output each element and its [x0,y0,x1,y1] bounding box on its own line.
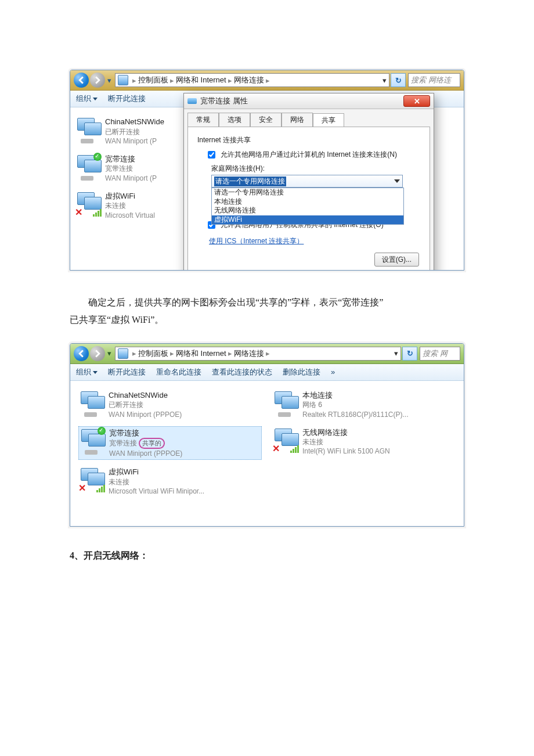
organize-menu[interactable]: 组织 [76,93,98,104]
breadcrumb-leaf[interactable]: 网络连接 [234,348,264,359]
x-icon: ✕ [75,207,82,218]
tab-strip: 常规 选项 安全 网络 共享 [184,109,434,127]
connection-device: WAN Miniport (PPPOE) [109,449,182,458]
chevron-down-icon [394,179,400,183]
x-icon: ✕ [272,443,280,454]
address-bar[interactable]: ▸ 控制面板 ▸ 网络和 Internet ▸ 网络连接 ▸ ▾ [115,347,401,361]
connection-device: Microsoft Virtual WiFi Minipor... [109,487,204,496]
tab-security[interactable]: 安全 [250,113,282,127]
connection-item[interactable]: 宽带连接 宽带连接 WAN Miniport (P [75,153,186,184]
combo-option[interactable]: 无线网络连接 [212,206,403,215]
delete-command[interactable]: 删除此连接 [283,367,320,377]
breadcrumb-root[interactable]: 控制面板 [138,348,168,359]
more-command[interactable]: » [331,368,335,376]
dropdown-icon[interactable]: ▾ [383,76,387,85]
breadcrumb-mid[interactable]: 网络和 Internet [176,348,226,359]
forward-button[interactable] [90,73,105,88]
connection-status: 未连接 [109,477,204,487]
connection-status: 未连接 [302,437,390,447]
group-title: Internet 连接共享 [197,135,420,145]
connection-device: WAN Miniport (PPPOE) [109,410,182,419]
combo-dropdown: 请选一个专用网络连接 本地连接 无线网络连接 虚拟WiFi [211,188,404,225]
dialog-title: 宽带连接 属性 [200,96,248,106]
chevron-down-icon[interactable]: ▾ [107,349,111,358]
connection-item-selected[interactable]: 宽带连接 宽带连接 共享的 WAN Miniport (PPPOE) [78,426,262,460]
organize-menu[interactable]: 组织 [76,367,98,377]
body-paragraph: 确定之后，提供共享的网卡图标旁会出现“共享的”字样，表示“宽带连接” 已共享至“… [70,294,464,329]
connection-name: 虚拟WiFi [109,467,204,477]
connection-device: Intel(R) WiFi Link 5100 AGN [302,447,390,456]
allow-sharing-checkbox[interactable]: 允许其他网络用户通过此计算机的 Internet 连接来连接(N) [205,150,420,160]
disconnect-command[interactable]: 断开此连接 [108,367,146,377]
tab-network[interactable]: 网络 [282,113,313,127]
para-line: 已共享至“虚拟 WiFi”。 [70,315,164,325]
search-placeholder: 搜索 网络连 [411,75,451,85]
combo-option[interactable]: 本地连接 [212,197,403,207]
connection-name: 宽带连接 [109,428,182,438]
explorer-window-2: ▾ ▸ 控制面板 ▸ 网络和 Internet ▸ 网络连接 ▸ ▾ ↻ 搜索 … [70,343,464,527]
forward-button[interactable] [90,346,105,361]
breadcrumb-leaf[interactable]: 网络连接 [234,75,264,85]
combo-option[interactable]: 虚拟WiFi [212,215,403,225]
connection-item[interactable]: 本地连接 网络 6 Realtek RTL8168C(P)/8111C(P)..… [272,389,456,420]
pc-icon [118,75,128,85]
shared-badge: 共享的 [139,438,165,449]
home-network-combo[interactable]: 请选一个专用网络连接 请选一个专用网络连接 本地连接 无线网络连接 虚拟WiFi [211,175,403,188]
tab-options[interactable]: 选项 [219,113,250,127]
chevron-down-icon[interactable]: ▾ [107,76,111,85]
connection-status: 已断开连接 [109,400,182,409]
connection-name: ChinaNetSNWide [105,117,164,127]
search-input[interactable]: 搜索 网 [420,347,460,361]
properties-dialog: 宽带连接 属性 ✕ 常规 选项 安全 网络 共享 Internet 连接共享 允… [183,93,434,271]
connection-item[interactable]: ✕ 虚拟WiFi 未连接 Microsoft Virtual [75,190,186,221]
status-command[interactable]: 查看此连接的状态 [212,367,272,377]
connection-device: WAN Miniport (P [105,174,157,183]
pc-icon [118,348,128,359]
dialog-titlebar[interactable]: 宽带连接 属性 ✕ [184,93,434,109]
breadcrumb-mid[interactable]: 网络和 Internet [176,75,226,85]
titlebar: ▾ ▸ 控制面板 ▸ 网络和 Internet ▸ 网络连接 ▸ ▾ ↻ 搜索 … [70,344,464,364]
command-bar: 组织 断开此连接 重命名此连接 查看此连接的状态 删除此连接 » [70,364,464,381]
settings-button[interactable]: 设置(G)... [374,253,419,267]
connection-status: 宽带连接 共享的 [109,438,182,449]
back-button[interactable] [74,346,89,361]
x-icon: ✕ [78,483,86,494]
home-network-label: 家庭网络连接(H): [211,164,420,174]
connection-device: WAN Miniport (P [105,136,164,146]
ics-help-link[interactable]: 使用 ICS（Internet 连接共享） [209,237,304,245]
combo-option[interactable]: 请选一个专用网络连接 [212,188,403,197]
connection-item[interactable]: ✕ 虚拟WiFi 未连接 Microsoft Virtual WiFi Mini… [78,466,262,497]
para-line: 确定之后，提供共享的网卡图标旁会出现“共享的”字样，表示“宽带连接” [70,294,464,311]
explorer-window-1: ▾ ▸ 控制面板 ▸ 网络和 Internet ▸ 网络连接 ▸ ▾ ↻ 搜索 … [70,70,464,271]
combo-selected: 请选一个专用网络连接 [214,177,286,186]
search-input[interactable]: 搜索 网络连 [408,73,460,87]
close-button[interactable]: ✕ [403,95,430,107]
connection-item[interactable]: ✕ 无线网络连接 未连接 Intel(R) WiFi Link 5100 AGN [272,426,456,458]
connection-status: 网络 6 [302,400,409,409]
allow-sharing-input[interactable] [208,151,215,159]
connection-list: ChinaNetSNWide 已断开连接 WAN Miniport (P 宽带连… [70,107,191,270]
connection-item[interactable]: ChinaNetSNWide 已断开连接 WAN Miniport (PPPOE… [78,389,262,420]
connection-name: 宽带连接 [105,154,157,164]
connection-device: Realtek RTL8168C(P)/8111C(P)... [302,410,409,419]
tab-general[interactable]: 常规 [187,113,219,127]
address-bar[interactable]: ▸ 控制面板 ▸ 网络和 Internet ▸ 网络连接 ▸ ▾ [115,73,389,87]
connection-grid: ChinaNetSNWide 已断开连接 WAN Miniport (PPPOE… [70,381,464,526]
refresh-button[interactable]: ↻ [402,347,417,361]
refresh-button[interactable]: ↻ [391,73,406,87]
tab-sharing[interactable]: 共享 [313,113,344,127]
breadcrumb-root[interactable]: 控制面板 [138,75,168,85]
connection-status: 未连接 [105,201,155,210]
connection-name: 虚拟WiFi [105,191,155,201]
connection-name: 无线网络连接 [302,427,390,438]
dropdown-icon[interactable]: ▾ [394,349,398,358]
tab-content-sharing: Internet 连接共享 允许其他网络用户通过此计算机的 Internet 连… [187,127,430,271]
titlebar: ▾ ▸ 控制面板 ▸ 网络和 Internet ▸ 网络连接 ▸ ▾ ↻ 搜索 … [70,70,464,91]
disconnect-command[interactable]: 断开此连接 [108,93,146,104]
back-button[interactable] [74,73,89,88]
search-placeholder: 搜索 网 [423,348,448,359]
connection-name: ChinaNetSNWide [109,390,182,401]
rename-command[interactable]: 重命名此连接 [156,367,201,377]
connection-item[interactable]: ChinaNetSNWide 已断开连接 WAN Miniport (P [75,116,186,147]
modem-icon [187,98,197,104]
